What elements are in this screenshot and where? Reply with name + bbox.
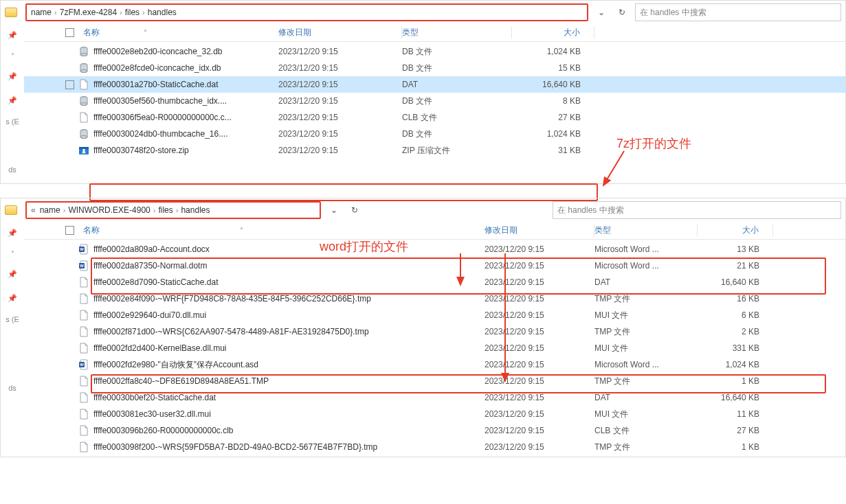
file-row[interactable]: ffffe000305ef560-thumbcache_idx....2023/… <box>24 93 845 109</box>
file-size: 16 KB <box>698 294 773 303</box>
search-placeholder: 在 handles 中搜索 <box>640 7 706 19</box>
pin-icon[interactable]: 📌 <box>8 96 17 105</box>
file-row[interactable]: ffffe00030b0ef20-StaticCache.dat2023/12/… <box>24 389 845 406</box>
chevron-down-icon[interactable]: ⌄ <box>326 205 342 215</box>
file-size: 1,024 KB <box>512 129 594 139</box>
file-name-cell[interactable]: ffffe0002f871d00-~WRS{C62AA907-5478-4489… <box>65 326 485 337</box>
pin-icon[interactable]: 📌 <box>8 72 17 81</box>
db-icon <box>78 62 89 73</box>
file-row[interactable]: ffffe0002e8fcde0-iconcache_idx.db2023/12… <box>24 60 845 76</box>
address-bar: « name› WINWORD.EXE-4900› files› handles… <box>1 198 845 222</box>
breadcrumb-seg[interactable]: name <box>31 8 52 17</box>
breadcrumb-seg[interactable]: files <box>125 8 140 17</box>
file-row[interactable]: ffffe0002ffa8c40-~DF8E619D8948A8EA51.TMP… <box>24 373 845 389</box>
file-row[interactable]: ffffe0002e8eb2d0-iconcache_32.db2023/12/… <box>24 43 845 60</box>
search-input[interactable]: 在 handles 中搜索 <box>635 3 841 21</box>
breadcrumb-seg[interactable]: WINWORD.EXE-4900 <box>68 205 150 215</box>
file-row[interactable]: Wffffe0002fd2e980-"自动恢复"保存Account.asd202… <box>24 356 845 373</box>
file-row[interactable]: ffffe000301a27b0-StaticCache.dat2023/12/… <box>24 76 845 93</box>
header-size[interactable]: 大小 <box>512 27 594 38</box>
select-all-checkbox[interactable] <box>65 226 74 235</box>
file-size: 8 KB <box>512 96 594 106</box>
pin-icon[interactable]: 📌 <box>8 294 17 303</box>
header-type[interactable]: 类型 <box>594 225 698 236</box>
file-name: ffffe0002e8fcde0-iconcache_idx.db <box>93 63 221 73</box>
file-name-cell[interactable]: ffffe0002e8d7090-StaticCache.dat <box>65 277 485 288</box>
file-icon <box>78 326 89 337</box>
header-date[interactable]: 修改日期 <box>485 225 594 236</box>
chevron-down-icon[interactable]: ⌄ <box>594 8 609 17</box>
svg-text:W: W <box>80 363 84 367</box>
file-row[interactable]: ffffe00030024db0-thumbcache_16....2023/1… <box>24 126 845 142</box>
file-type: ZIP 压缩文件 <box>402 145 512 157</box>
file-name-cell[interactable]: ffffe0002e8eb2d0-iconcache_32.db <box>65 46 278 57</box>
file-name-cell[interactable]: ZIPffffe00030748f20-store.zip <box>65 145 278 156</box>
file-name-cell[interactable]: ffffe00030b0ef20-StaticCache.dat <box>65 392 485 403</box>
file-row[interactable]: Wffffe0002da87350-Normal.dotm2023/12/20 … <box>24 257 845 274</box>
breadcrumb-seg[interactable]: files <box>158 205 172 215</box>
file-row[interactable]: ffffe0002e84f090-~WRF{F7D948C8-78A8-435E… <box>24 290 845 307</box>
file-row[interactable]: ffffe0003098f200-~WRS{59FD5BA7-BD2D-49A0… <box>24 439 845 455</box>
sidebar-label[interactable]: s (E <box>5 117 19 126</box>
sidebar-label[interactable]: ds <box>8 384 16 392</box>
breadcrumb-seg[interactable]: 7zFM.exe-4284 <box>60 8 117 17</box>
search-input[interactable]: 在 handles 中搜索 <box>553 201 841 219</box>
header-name[interactable]: 名称 ˄ <box>65 27 278 38</box>
file-name-cell[interactable]: ffffe000306f5ea0-R00000000000c.c... <box>65 112 278 123</box>
folder-icon <box>5 205 17 215</box>
select-all-checkbox[interactable] <box>65 28 74 37</box>
file-name-cell[interactable]: ffffe0002e84f090-~WRF{F7D948C8-78A8-435E… <box>65 293 485 304</box>
breadcrumb[interactable]: name› 7zFM.exe-4284› files› handles <box>25 3 588 21</box>
refresh-icon[interactable]: ↻ <box>347 205 362 215</box>
file-row[interactable]: ffffe0003096b260-R00000000000c.clb2023/1… <box>24 422 845 439</box>
file-name-cell[interactable]: ffffe0003098f200-~WRS{59FD5BA7-BD2D-49A0… <box>65 442 485 453</box>
file-row[interactable]: ffffe0003081ec30-user32.dll.mui2023/12/2… <box>24 406 845 422</box>
breadcrumb[interactable]: « name› WINWORD.EXE-4900› files› handles <box>25 201 321 219</box>
row-checkbox[interactable] <box>65 80 74 89</box>
file-row[interactable]: ffffe000306f5ea0-R00000000000c.c...2023/… <box>24 109 845 126</box>
header-name[interactable]: 名称 ˄ <box>65 225 485 236</box>
sidebar-label[interactable]: ds <box>8 165 16 174</box>
file-list-area: 名称 ˄ 修改日期 类型 大小 ffffe0002e8eb2d0-iconcac… <box>24 24 845 174</box>
sidebar-label[interactable]: s (E <box>5 315 19 323</box>
header-type[interactable]: 类型 <box>402 27 512 38</box>
file-name-cell[interactable]: Wffffe0002fd2e980-"自动恢复"保存Account.asd <box>65 359 485 371</box>
file-name-cell[interactable]: ffffe00030024db0-thumbcache_16.... <box>65 128 278 139</box>
explorer-panel-word: « name› WINWORD.EXE-4900› files› handles… <box>0 198 846 457</box>
file-type: CLB 文件 <box>594 425 698 437</box>
search-placeholder: 在 handles 中搜索 <box>557 205 624 216</box>
file-name-cell[interactable]: ffffe0002fd2d400-KernelBase.dll.mui <box>65 343 485 354</box>
file-row[interactable]: ZIPffffe00030748f20-store.zip2023/12/20 … <box>24 142 845 159</box>
breadcrumb-seg[interactable]: name <box>40 205 60 215</box>
file-size: 2 KB <box>698 327 773 336</box>
file-name-cell[interactable]: ffffe000305ef560-thumbcache_idx.... <box>65 95 278 106</box>
pin-icon[interactable]: 📌 <box>8 270 17 279</box>
file-icon <box>78 425 89 436</box>
breadcrumb-seg[interactable]: handles <box>181 205 210 215</box>
file-type: DAT <box>402 80 512 89</box>
file-name-cell[interactable]: Wffffe0002da87350-Normal.dotm <box>65 260 485 271</box>
file-row[interactable]: ffffe0002fd2d400-KernelBase.dll.mui2023/… <box>24 340 845 356</box>
refresh-icon[interactable]: ↻ <box>614 8 630 17</box>
file-icon <box>78 277 89 288</box>
file-name-cell[interactable]: ffffe0002e929640-dui70.dll.mui <box>65 310 485 321</box>
file-row[interactable]: ffffe0002f871d00-~WRS{C62AA907-5478-4489… <box>24 323 845 340</box>
file-name-cell[interactable]: ffffe0003096b260-R00000000000c.clb <box>65 425 485 436</box>
pin-icon[interactable]: 📌 <box>8 31 17 40</box>
file-size: 15 KB <box>512 63 594 73</box>
chevron-left-icon[interactable]: « <box>31 205 36 215</box>
header-size[interactable]: 大小 <box>698 225 773 236</box>
header-date[interactable]: 修改日期 <box>278 27 402 38</box>
file-name-cell[interactable]: ffffe0003081ec30-user32.dll.mui <box>65 409 485 420</box>
file-name-cell[interactable]: ffffe0002e8fcde0-iconcache_idx.db <box>65 62 278 73</box>
breadcrumb-seg[interactable]: handles <box>148 8 177 17</box>
file-row[interactable]: Wffffe0002da809a0-Account.docx2023/12/20… <box>24 241 845 257</box>
file-name-cell[interactable]: ffffe0002ffa8c40-~DF8E619D8948A8EA51.TMP <box>65 376 485 387</box>
file-name-cell[interactable]: ffffe000301a27b0-StaticCache.dat <box>65 79 278 90</box>
file-name-cell[interactable]: Wffffe0002da809a0-Account.docx <box>65 244 485 255</box>
dotm-icon: W <box>78 260 89 271</box>
file-row[interactable]: ffffe0002e8d7090-StaticCache.dat2023/12/… <box>24 274 845 290</box>
file-size: 16,640 KB <box>698 393 773 402</box>
file-row[interactable]: ffffe0002e929640-dui70.dll.mui2023/12/20… <box>24 307 845 323</box>
pin-icon[interactable]: 📌 <box>8 229 17 238</box>
